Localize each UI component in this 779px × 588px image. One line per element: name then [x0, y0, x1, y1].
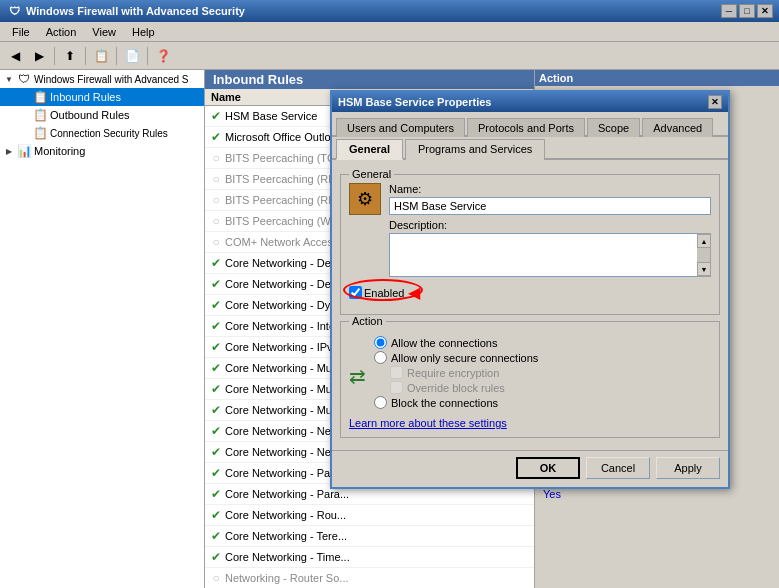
- tab-programs-services[interactable]: Programs and Services: [405, 139, 545, 160]
- rule-icon: ✔: [207, 275, 225, 293]
- scroll-down-button[interactable]: ▼: [697, 262, 711, 276]
- name-input[interactable]: [389, 197, 711, 215]
- dialog-tabs-row2: General Programs and Services: [332, 137, 728, 160]
- description-scrollbar: ▲ ▼: [697, 233, 711, 277]
- tree-item-monitoring[interactable]: ▶ 📊 Monitoring: [0, 142, 204, 160]
- tree-expand-root: ▼: [2, 72, 16, 86]
- learn-more-link[interactable]: Learn more about these settings: [349, 417, 711, 429]
- dialog-content: General ⚙ Name: Description: ▲ ▼: [332, 160, 728, 450]
- radio-allow-connections-input[interactable]: [374, 336, 387, 349]
- radio-override-block: Override block rules: [374, 381, 711, 394]
- action-icons-section: ⇄ Allow the connections Allow only secur…: [349, 334, 711, 411]
- tree-expand-monitoring: ▶: [2, 144, 16, 158]
- tree-item-inbound[interactable]: 📋 Inbound Rules: [0, 88, 204, 106]
- ok-button[interactable]: OK: [516, 457, 580, 479]
- menu-file[interactable]: File: [4, 24, 38, 40]
- list-item[interactable]: ✔ Core Networking - Time...: [205, 547, 534, 568]
- forward-button[interactable]: ▶: [28, 45, 50, 67]
- rule-icon: ✔: [207, 107, 225, 125]
- properties-button[interactable]: 📄: [121, 45, 143, 67]
- require-encryption-checkbox: [390, 366, 403, 379]
- tree-item-outbound[interactable]: 📋 Outbound Rules: [0, 106, 204, 124]
- tree-label-connection: Connection Security Rules: [50, 128, 168, 139]
- radio-block-label[interactable]: Block the connections: [391, 397, 498, 409]
- menu-view[interactable]: View: [84, 24, 124, 40]
- menu-help[interactable]: Help: [124, 24, 163, 40]
- rule-icon: ✔: [207, 380, 225, 398]
- tab-general[interactable]: General: [336, 139, 403, 160]
- enabled-checkbox[interactable]: [349, 286, 362, 299]
- properties-dialog: HSM Base Service Properties ✕ Users and …: [330, 90, 730, 489]
- radio-allow-connections-label[interactable]: Allow the connections: [391, 337, 497, 349]
- rule-icon: ○: [207, 191, 225, 209]
- apply-button[interactable]: Apply: [656, 457, 720, 479]
- list-panel-header: Inbound Rules: [205, 70, 534, 89]
- dialog-close-button[interactable]: ✕: [708, 95, 722, 109]
- rule-name: Core Networking - Para...: [225, 488, 349, 500]
- rule-name: Microsoft Office Outlo...: [225, 131, 340, 143]
- app-icon: 🛡: [6, 3, 22, 19]
- rule-icon: ✔: [207, 485, 225, 503]
- rule-icon: ✔: [207, 254, 225, 272]
- tab-protocols-ports[interactable]: Protocols and Ports: [467, 118, 585, 137]
- override-block-label: Override block rules: [407, 382, 505, 394]
- tab-scope[interactable]: Scope: [587, 118, 640, 137]
- toolbar-separator-4: [147, 47, 148, 65]
- rule-icon: ○: [207, 149, 225, 167]
- scroll-up-button[interactable]: ▲: [697, 234, 711, 248]
- help-button[interactable]: ❓: [152, 45, 174, 67]
- hsm-service-icon: ⚙: [349, 183, 381, 215]
- window-title: Windows Firewall with Advanced Security: [26, 5, 245, 17]
- inbound-icon: 📋: [32, 89, 48, 105]
- show-hide-button[interactable]: 📋: [90, 45, 112, 67]
- minimize-button[interactable]: ─: [721, 4, 737, 18]
- title-bar: 🛡 Windows Firewall with Advanced Securit…: [0, 0, 779, 22]
- rule-icon: ✔: [207, 338, 225, 356]
- radio-allow-secure-input[interactable]: [374, 351, 387, 364]
- menu-action[interactable]: Action: [38, 24, 85, 40]
- general-group: General ⚙ Name: Description: ▲ ▼: [340, 174, 720, 315]
- list-item[interactable]: ✔ Core Networking - Tere...: [205, 526, 534, 547]
- rule-icon: ✔: [207, 359, 225, 377]
- tree-panel: ▼ 🛡 Windows Firewall with Advanced S 📋 I…: [0, 70, 205, 588]
- radio-require-encryption: Require encryption: [374, 366, 711, 379]
- list-item[interactable]: ○ Networking - Router So...: [205, 568, 534, 588]
- rule-icon: ✔: [207, 548, 225, 566]
- scroll-track: [697, 248, 710, 262]
- rule-icon: ✔: [207, 506, 225, 524]
- radio-block-input[interactable]: [374, 396, 387, 409]
- back-button[interactable]: ◀: [4, 45, 26, 67]
- rule-icon: ○: [207, 212, 225, 230]
- menu-bar: File Action View Help: [0, 22, 779, 42]
- icon-form: Name: Description: ▲ ▼: [389, 183, 711, 277]
- maximize-button[interactable]: □: [739, 4, 755, 18]
- rule-name: Core Networking - Mul...: [225, 383, 344, 395]
- tab-users-computers[interactable]: Users and Computers: [336, 118, 465, 137]
- rule-name: Core Networking - Paci...: [225, 467, 347, 479]
- rule-icon: ✔: [207, 422, 225, 440]
- tree-label-root: Windows Firewall with Advanced S: [34, 74, 189, 85]
- close-button[interactable]: ✕: [757, 4, 773, 18]
- rule-icon: ✔: [207, 464, 225, 482]
- rule-name: Core Networking - Des...: [225, 278, 345, 290]
- up-button[interactable]: ⬆: [59, 45, 81, 67]
- tree-item-root[interactable]: ▼ 🛡 Windows Firewall with Advanced S: [0, 70, 204, 88]
- tree-item-connection[interactable]: 📋 Connection Security Rules: [0, 124, 204, 142]
- tree-expand-connection: [18, 126, 32, 140]
- arrow-indicator: ◀: [408, 283, 420, 302]
- rule-name: Core Networking - Inte...: [225, 320, 344, 332]
- radio-allow-secure-label[interactable]: Allow only secure connections: [391, 352, 538, 364]
- rule-name: Networking - Router So...: [225, 572, 349, 584]
- toolbar-separator-2: [85, 47, 86, 65]
- tab-advanced[interactable]: Advanced: [642, 118, 713, 137]
- cancel-button[interactable]: Cancel: [586, 457, 650, 479]
- monitoring-icon: 📊: [16, 143, 32, 159]
- description-label: Description:: [389, 219, 711, 231]
- action-group: Action ⇄ Allow the connections Allow onl…: [340, 321, 720, 438]
- list-item[interactable]: ✔ Core Networking - Rou...: [205, 505, 534, 526]
- tree-label-monitoring: Monitoring: [34, 145, 85, 157]
- arrows-icon: ⇄: [349, 364, 366, 388]
- description-textarea[interactable]: [389, 233, 697, 277]
- enabled-label[interactable]: Enabled: [364, 287, 404, 299]
- radio-allow-connections: Allow the connections: [374, 336, 711, 349]
